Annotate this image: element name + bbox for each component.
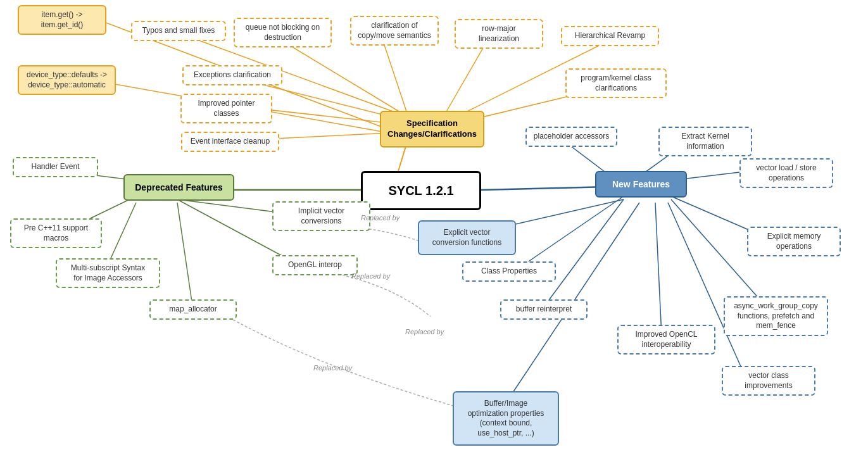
- svg-line-18: [177, 203, 193, 310]
- explicit-memory-node: Explicit memory operations: [747, 227, 841, 256]
- replaced-by-1-label: Replaced by: [361, 214, 399, 222]
- vector-load-store-node: vector load / store operations: [739, 158, 833, 188]
- vector-class-label: vector class improvements: [745, 371, 792, 390]
- buffer-image-node: Buffer/Image optimization properties (co…: [453, 391, 559, 446]
- implicit-vector-label: Implicit vector conversions: [298, 206, 344, 225]
- replaced-by-2-label: Replaced by: [351, 272, 390, 280]
- svg-line-27: [655, 203, 662, 336]
- row-major-node: row-major linearization: [455, 19, 543, 49]
- improved-pointer-label: Improved pointer classes: [198, 99, 255, 118]
- spec-node: Specification Changes/Clarifications: [380, 111, 484, 148]
- multi-subscript-node: Multi-subscript Syntax for Image Accesso…: [56, 258, 160, 288]
- improved-opencl-node: Improved OpenCL interoperability: [617, 325, 715, 355]
- pre-cpp11-node: Pre C++11 support macros: [10, 218, 102, 248]
- replaced-by-4-label: Replaced by: [313, 364, 352, 372]
- replaced-by-2: Replaced by: [351, 272, 390, 280]
- typos-node: Typos and small fixes: [131, 21, 226, 41]
- async-work-label: async_work_group_copy functions, prefetc…: [734, 301, 818, 330]
- extract-kernel-node: Extract Kernel information: [658, 127, 752, 156]
- vector-load-store-label: vector load / store operations: [756, 163, 816, 182]
- item-get-node: item.get() -> item.get_id(): [18, 5, 106, 35]
- typos-label: Typos and small fixes: [142, 26, 215, 35]
- handler-event-node: Handler Event: [13, 157, 98, 177]
- program-kernel-label: program/kernel class clarifications: [581, 73, 651, 92]
- new-features-label: New Features: [612, 179, 670, 189]
- event-interface-node: Event interface cleanup: [181, 132, 279, 152]
- exceptions-label: Exceptions clarification: [194, 70, 271, 79]
- hierarchical-node: Hierarchical Revamp: [561, 26, 659, 46]
- opengl-interop-label: OpenGL interop: [288, 260, 342, 269]
- exceptions-node: Exceptions clarification: [182, 65, 282, 85]
- implicit-vector-node: Implicit vector conversions: [272, 201, 370, 231]
- svg-line-24: [513, 196, 624, 272]
- queue-node: queue not blocking on destruction: [234, 18, 332, 47]
- buffer-reinterpret-label: buffer reinterpret: [516, 304, 572, 313]
- svg-line-25: [541, 199, 624, 310]
- buffer-reinterpret-node: buffer reinterpret: [500, 299, 588, 320]
- map-allocator-label: map_allocator: [169, 304, 217, 313]
- hierarchical-label: Hierarchical Revamp: [575, 31, 645, 40]
- deprecated-label: Deprecated Features: [135, 182, 223, 192]
- improved-pointer-node: Improved pointer classes: [180, 94, 272, 123]
- multi-subscript-label: Multi-subscript Syntax for Image Accesso…: [71, 263, 145, 282]
- opengl-interop-node: OpenGL interop: [272, 255, 358, 275]
- explicit-memory-label: Explicit memory operations: [767, 232, 821, 251]
- extract-kernel-label: Extract Kernel information: [681, 132, 729, 151]
- vector-class-node: vector class improvements: [722, 366, 815, 396]
- handler-event-label: Handler Event: [31, 162, 79, 171]
- program-kernel-node: program/kernel class clarifications: [565, 68, 667, 98]
- center-label: SYCL 1.2.1: [388, 184, 453, 198]
- class-properties-node: Class Properties: [462, 261, 556, 282]
- new-features-node: New Features: [595, 171, 687, 198]
- row-major-label: row-major linearization: [479, 24, 519, 43]
- placeholder-acc-node: placeholder accessors: [525, 127, 617, 147]
- device-type-node: device_type::defaults -> device_type::au…: [18, 65, 116, 95]
- buffer-image-label: Buffer/Image optimization properties (co…: [468, 399, 544, 437]
- event-interface-label: Event interface cleanup: [191, 137, 270, 146]
- queue-label: queue not blocking on destruction: [246, 23, 320, 42]
- async-work-node: async_work_group_copy functions, prefetc…: [724, 296, 828, 336]
- spec-label: Specification Changes/Clarifications: [387, 118, 477, 139]
- pre-cpp11-label: Pre C++11 support macros: [24, 223, 88, 242]
- replaced-by-3-label: Replaced by: [405, 328, 444, 336]
- deprecated-node: Deprecated Features: [123, 174, 234, 201]
- replaced-by-3: Replaced by: [405, 328, 444, 336]
- placeholder-acc-label: placeholder accessors: [534, 132, 609, 141]
- replaced-by-1: Replaced by: [361, 214, 399, 222]
- center-node: SYCL 1.2.1: [361, 171, 481, 210]
- explicit-vector-node: Explicit vector conversion functions: [418, 220, 516, 255]
- class-properties-label: Class Properties: [481, 267, 537, 275]
- replaced-by-4: Replaced by: [313, 364, 352, 372]
- device-type-label: device_type::defaults -> device_type::au…: [27, 70, 107, 89]
- clarification-copy-label: clarification of copy/move semantics: [358, 21, 431, 40]
- item-get-label: item.get() -> item.get_id(): [41, 10, 84, 29]
- svg-line-19: [481, 187, 608, 190]
- explicit-vector-label: Explicit vector conversion functions: [432, 228, 501, 247]
- map-allocator-node: map_allocator: [149, 299, 237, 320]
- clarification-copy-node: clarification of copy/move semantics: [350, 16, 439, 46]
- improved-opencl-label: Improved OpenCL interoperability: [635, 330, 697, 349]
